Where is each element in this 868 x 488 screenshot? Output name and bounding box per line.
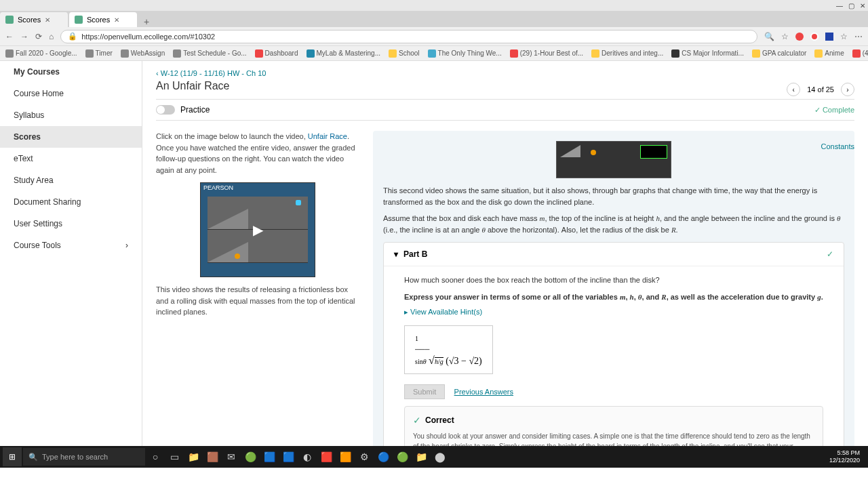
app-icon[interactable]: ⬤ bbox=[431, 448, 449, 466]
nav-syllabus[interactable]: Syllabus bbox=[0, 104, 142, 126]
home-icon[interactable]: ⌂ bbox=[49, 32, 54, 41]
previous-answers-link[interactable]: Previous Answers bbox=[454, 388, 513, 396]
app-icon[interactable]: 🔵 bbox=[374, 448, 392, 466]
second-video-thumbnail[interactable] bbox=[556, 141, 671, 178]
bookmark-icon bbox=[752, 49, 760, 58]
breadcrumb[interactable]: ‹ W-12 (11/9 - 11/16) HW - Ch 10 bbox=[156, 61, 854, 80]
next-question-button[interactable]: › bbox=[841, 83, 854, 96]
bookmark-item[interactable]: School bbox=[389, 49, 420, 58]
video-intro-text: Click on the image below to launch the v… bbox=[156, 131, 359, 176]
cortana-icon[interactable]: ○ bbox=[146, 448, 164, 466]
second-video-text: This second video shows the same situati… bbox=[383, 185, 844, 207]
tab-close-icon[interactable]: ✕ bbox=[45, 16, 50, 24]
new-tab-button[interactable]: + bbox=[138, 16, 155, 27]
app-icon[interactable]: 🟢 bbox=[393, 448, 411, 466]
nav-course-home[interactable]: Course Home bbox=[0, 83, 142, 104]
constants-link[interactable]: Constants bbox=[821, 142, 854, 150]
bookmark-icon bbox=[814, 49, 823, 58]
nav-my-courses[interactable]: My Courses bbox=[0, 61, 142, 83]
assume-text: Assume that the box and disk each have m… bbox=[383, 213, 844, 235]
nav-etext[interactable]: eText bbox=[0, 148, 142, 169]
zoom-icon[interactable]: 🔍 bbox=[764, 32, 774, 41]
menu-icon[interactable]: ⋯ bbox=[854, 32, 863, 41]
bookmark-icon bbox=[671, 49, 679, 58]
nav-study-area[interactable]: Study Area bbox=[0, 169, 142, 191]
video-player[interactable]: PEARSON ▶ bbox=[200, 182, 315, 277]
taskview-icon[interactable]: ▭ bbox=[165, 448, 183, 466]
bookmark-item[interactable]: (4) Ellie Goulding -... bbox=[852, 49, 868, 58]
play-icon[interactable]: ▶ bbox=[253, 222, 263, 238]
bookmark-item[interactable]: MyLab & Mastering... bbox=[307, 49, 380, 58]
app-icon[interactable]: 📁 bbox=[412, 448, 430, 466]
ext-icon-3[interactable] bbox=[825, 33, 833, 41]
bookmark-item[interactable]: GPA calculator bbox=[752, 49, 806, 58]
url-input[interactable]: 🔒 https://openvellum.ecollege.com/#10302 bbox=[60, 30, 757, 43]
bookmark-item[interactable]: WebAssign bbox=[121, 49, 165, 58]
favorite-icon[interactable]: ☆ bbox=[781, 32, 789, 41]
maximize-button[interactable]: ▢ bbox=[848, 2, 854, 9]
bookmark-item[interactable]: Deritives and integ... bbox=[591, 49, 663, 58]
bookmark-item[interactable]: Anime bbox=[814, 49, 844, 58]
ext-icon-1[interactable] bbox=[795, 33, 804, 41]
taskbar-clock[interactable]: 5:58 PM 12/12/2020 bbox=[824, 449, 865, 464]
nav-course-tools[interactable]: Course Tools › bbox=[0, 235, 142, 256]
bookmark-icon bbox=[428, 49, 436, 58]
bookmark-item[interactable]: Test Schedule - Go... bbox=[173, 49, 246, 58]
bookmark-item[interactable]: The Only Thing We... bbox=[428, 49, 502, 58]
chevron-right-icon: › bbox=[125, 241, 128, 250]
favicon-icon bbox=[75, 16, 83, 24]
check-icon: ✓ bbox=[413, 415, 421, 426]
close-button[interactable]: ✕ bbox=[860, 2, 865, 9]
bookmark-icon bbox=[852, 49, 861, 58]
tab-close-icon[interactable]: ✕ bbox=[114, 16, 119, 24]
express-text: Express your answer in terms of some or … bbox=[404, 291, 823, 303]
back-icon[interactable]: ← bbox=[5, 32, 14, 41]
taskbar-search[interactable]: 🔍 Type here to search bbox=[23, 448, 145, 466]
pager-text: 14 of 25 bbox=[807, 85, 834, 94]
bookmark-item[interactable]: Dashboard bbox=[255, 49, 298, 58]
correct-label: Correct bbox=[425, 415, 454, 425]
view-hints-link[interactable]: ▸ View Available Hint(s) bbox=[404, 308, 823, 317]
tab-title: Scores bbox=[87, 16, 110, 24]
star-icon[interactable]: ☆ bbox=[840, 32, 848, 41]
bookmark-item[interactable]: Timer bbox=[85, 49, 113, 58]
app-icon[interactable]: 🟦 bbox=[260, 448, 278, 466]
app-icon[interactable]: 🟫 bbox=[203, 448, 221, 466]
bookmark-icon bbox=[5, 49, 14, 58]
nav-document-sharing[interactable]: Document Sharing bbox=[0, 191, 142, 213]
url-text: https://openvellum.ecollege.com/#10302 bbox=[81, 33, 215, 41]
practice-toggle[interactable] bbox=[156, 105, 175, 115]
correct-feedback-box: ✓ Correct You should look at your answer… bbox=[404, 406, 823, 446]
bookmark-item[interactable]: (29) 1-Hour Best of... bbox=[510, 49, 583, 58]
search-icon: 🔍 bbox=[28, 453, 38, 462]
video-link[interactable]: Unfair Race bbox=[308, 132, 347, 140]
browser-tab-0[interactable]: Scores ✕ bbox=[0, 12, 68, 27]
prev-question-button[interactable]: ‹ bbox=[787, 83, 800, 96]
refresh-icon[interactable]: ⟳ bbox=[35, 32, 42, 41]
answer-formula: 1───sinθ √h/g (√3 − √2) bbox=[404, 325, 493, 374]
submit-button[interactable]: Submit bbox=[404, 384, 445, 399]
forward-icon[interactable]: → bbox=[20, 32, 28, 41]
bookmark-item[interactable]: CS Major Informati... bbox=[671, 49, 744, 58]
nav-scores[interactable]: Scores bbox=[0, 126, 142, 148]
taskbar: ⊞ 🔍 Type here to search ○ ▭ 📁 🟫 ✉ 🟢 🟦 🟦 … bbox=[0, 446, 868, 468]
feedback-text-1: You should look at your answer and consi… bbox=[413, 431, 814, 446]
bookmark-item[interactable]: Fall 2020 - Google... bbox=[5, 49, 77, 58]
ext-icon-2[interactable] bbox=[810, 33, 818, 41]
app-icon[interactable]: 🟦 bbox=[279, 448, 297, 466]
complete-status: ✓ Complete bbox=[814, 106, 854, 115]
part-b-header[interactable]: ▾ Part B ✓ bbox=[384, 243, 844, 266]
bookmark-icon bbox=[255, 49, 263, 58]
app-icon[interactable]: 🟥 bbox=[317, 448, 335, 466]
app-icon[interactable]: ◐ bbox=[298, 448, 316, 466]
nav-user-settings[interactable]: User Settings bbox=[0, 213, 142, 235]
app-icon[interactable]: 🟧 bbox=[336, 448, 354, 466]
question-text: How much sooner does the box reach the b… bbox=[404, 274, 823, 286]
start-button[interactable]: ⊞ bbox=[3, 447, 22, 466]
app-icon[interactable]: 📁 bbox=[184, 448, 202, 466]
app-icon[interactable]: ⚙ bbox=[355, 448, 373, 466]
app-icon[interactable]: ✉ bbox=[222, 448, 240, 466]
app-icon[interactable]: 🟢 bbox=[241, 448, 259, 466]
browser-tab-1[interactable]: Scores ✕ bbox=[69, 12, 137, 27]
minimize-button[interactable]: — bbox=[836, 2, 843, 9]
